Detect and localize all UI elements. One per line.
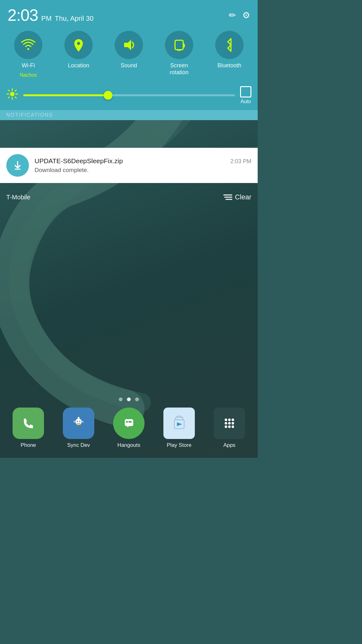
phone-icon — [13, 408, 44, 439]
notification-time: 2:03 PM — [230, 158, 251, 165]
bluetooth-icon — [222, 37, 237, 53]
notification-footer: T-Mobile Clear — [0, 189, 258, 206]
status-action-icons: ✏ ⚙ — [229, 10, 250, 20]
page-dot-0 — [119, 397, 123, 401]
sound-label: Sound — [121, 62, 137, 69]
brightness-slider[interactable] — [23, 89, 235, 102]
notification-icon-circle — [6, 154, 29, 177]
svg-point-22 — [77, 421, 78, 422]
rotation-label: Screen rotation — [170, 62, 189, 76]
location-circle — [64, 31, 93, 59]
page-dot-1 — [127, 397, 131, 401]
auto-brightness-toggle[interactable]: Auto — [240, 86, 251, 104]
clear-icon — [223, 194, 232, 201]
sun-icon — [6, 88, 18, 100]
toggle-row: Wi-Fi Nachos Location Sound — [0, 28, 258, 84]
hangouts-icon — [113, 408, 145, 439]
brightness-icon — [6, 88, 18, 103]
svg-rect-31 — [129, 421, 132, 423]
location-toggle[interactable]: Location — [58, 31, 99, 69]
carrier-label: T-Mobile — [6, 194, 30, 201]
svg-point-23 — [79, 421, 80, 422]
svg-point-42 — [225, 425, 227, 428]
svg-point-24 — [78, 417, 80, 419]
brightness-row: Auto — [0, 84, 258, 110]
svg-line-12 — [15, 90, 16, 91]
clear-button[interactable]: Clear — [223, 193, 251, 201]
clock-ampm: PM — [41, 14, 52, 23]
hangouts-label: Hangouts — [118, 442, 140, 448]
hangouts-icon-svg — [120, 415, 138, 432]
status-bar: 2:03 PM Thu, April 30 ✏ ⚙ — [0, 0, 258, 28]
svg-point-43 — [228, 425, 231, 428]
apps-label: Apps — [223, 442, 236, 448]
syncdev-icon-svg — [70, 415, 87, 432]
notification-card[interactable]: UPDATE-S6DeepSleepFix.zip 2:03 PM Downlo… — [0, 148, 258, 183]
wifi-sublabel: Nachos — [20, 72, 37, 78]
svg-line-11 — [15, 97, 16, 98]
svg-line-13 — [8, 97, 9, 98]
auto-label: Auto — [241, 99, 251, 104]
syncdev-label: Sync Dev — [67, 442, 90, 448]
notification-body: Download complete. — [35, 167, 89, 173]
playstore-icon — [163, 408, 195, 439]
clear-label: Clear — [235, 193, 251, 201]
syncdev-icon — [63, 408, 94, 439]
dock: Phone Sync Dev — [0, 401, 258, 458]
auto-square-icon — [240, 86, 251, 97]
location-label: Location — [68, 62, 89, 69]
page-dots — [119, 397, 139, 401]
playstore-label: Play Store — [167, 442, 191, 448]
wifi-circle — [14, 31, 42, 59]
dock-hangouts[interactable]: Hangouts — [108, 408, 149, 448]
download-icon — [11, 159, 24, 172]
rotation-circle — [165, 31, 193, 59]
rotation-toggle[interactable]: Screen rotation — [159, 31, 200, 76]
notification-title-row: UPDATE-S6DeepSleepFix.zip 2:03 PM — [35, 157, 251, 165]
sound-circle — [115, 31, 143, 59]
svg-point-37 — [228, 419, 231, 421]
notification-title: UPDATE-S6DeepSleepFix.zip — [35, 157, 123, 165]
svg-point-40 — [228, 422, 231, 425]
wifi-icon — [20, 37, 36, 53]
svg-line-10 — [8, 90, 9, 91]
svg-point-44 — [232, 425, 234, 428]
svg-rect-19 — [20, 415, 37, 432]
bluetooth-circle — [215, 31, 244, 59]
bluetooth-label: Bluetooth — [217, 62, 241, 69]
svg-point-39 — [225, 422, 227, 425]
svg-point-5 — [10, 92, 14, 96]
notification-header-text: NOTIFICATIONS — [6, 112, 53, 118]
notification-content: UPDATE-S6DeepSleepFix.zip 2:03 PM Downlo… — [35, 157, 251, 174]
edit-icon[interactable]: ✏ — [229, 10, 236, 20]
clock-time: 2:03 — [8, 6, 38, 25]
svg-point-1 — [77, 42, 80, 45]
brightness-track — [23, 94, 235, 96]
location-icon — [71, 37, 86, 53]
apps-icon — [214, 408, 245, 439]
dock-playstore[interactable]: Play Store — [159, 408, 200, 448]
notification-header: NOTIFICATIONS — [0, 110, 258, 120]
dock-syncdev[interactable]: Sync Dev — [58, 408, 99, 448]
dock-phone[interactable]: Phone — [8, 408, 49, 448]
time-area: 2:03 PM Thu, April 30 — [8, 6, 94, 25]
sound-toggle[interactable]: Sound — [108, 31, 149, 69]
dock-apps[interactable]: Apps — [209, 408, 250, 448]
bluetooth-toggle[interactable]: Bluetooth — [209, 31, 250, 69]
svg-point-41 — [232, 422, 234, 425]
page-dot-2 — [135, 397, 139, 401]
svg-point-27 — [79, 424, 81, 425]
wifi-toggle[interactable]: Wi-Fi Nachos — [8, 31, 49, 78]
svg-marker-2 — [124, 40, 131, 50]
svg-point-36 — [225, 419, 227, 421]
apps-icon-svg — [221, 415, 238, 432]
brightness-thumb — [104, 91, 112, 100]
phone-icon-svg — [20, 415, 37, 432]
phone-label: Phone — [20, 442, 36, 448]
playstore-icon-svg — [171, 415, 188, 432]
status-date: Thu, April 30 — [55, 14, 94, 23]
quick-settings-panel: 2:03 PM Thu, April 30 ✏ ⚙ Wi-Fi Nachos — [0, 0, 258, 120]
svg-rect-30 — [126, 421, 128, 423]
svg-point-26 — [76, 424, 78, 425]
settings-icon[interactable]: ⚙ — [242, 10, 250, 20]
